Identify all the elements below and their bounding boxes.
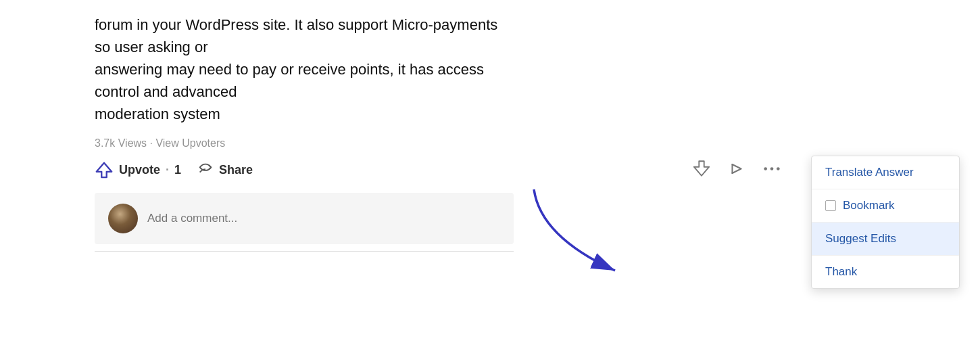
svg-point-2 xyxy=(777,167,780,170)
body-line-3: moderation system xyxy=(95,106,220,122)
dropdown-item-translate[interactable]: Translate Answer xyxy=(812,156,959,189)
more-button[interactable] xyxy=(760,157,784,183)
upvote-button[interactable]: Upvote · 1 xyxy=(95,160,181,179)
forward-button[interactable] xyxy=(725,157,749,183)
svg-point-0 xyxy=(764,167,767,170)
views-count: 3.7k Views · View Upvoters xyxy=(95,137,514,150)
right-actions xyxy=(689,157,784,183)
divider xyxy=(95,251,514,252)
share-button[interactable]: Share xyxy=(197,162,253,178)
upvote-label: Upvote xyxy=(119,163,160,177)
article-body: forum in your WordPress site. It also su… xyxy=(95,14,514,125)
bookmark-checkbox[interactable] xyxy=(825,200,836,211)
dropdown-item-suggest-edits[interactable]: Suggest Edits xyxy=(812,223,959,256)
comment-section xyxy=(95,193,514,244)
forward-icon xyxy=(727,160,746,179)
more-icon xyxy=(762,160,781,179)
share-icon xyxy=(197,162,214,178)
comment-input[interactable] xyxy=(147,212,500,225)
downvote-icon xyxy=(692,160,711,179)
upvote-count: 1 xyxy=(174,163,181,177)
share-label: Share xyxy=(219,163,253,177)
svg-point-1 xyxy=(770,167,774,170)
body-line-2: answering may need to pay or receive poi… xyxy=(95,61,484,100)
dropdown-menu: Translate Answer Bookmark Suggest Edits … xyxy=(811,156,960,289)
avatar xyxy=(108,204,138,233)
body-line-1: forum in your WordPress site. It also su… xyxy=(95,16,497,55)
actions-bar: Upvote · 1 Share xyxy=(95,160,514,179)
dropdown-item-bookmark[interactable]: Bookmark xyxy=(812,189,959,223)
dropdown-item-thank[interactable]: Thank xyxy=(812,256,959,288)
upvote-icon xyxy=(95,160,114,179)
downvote-button[interactable] xyxy=(689,157,714,183)
